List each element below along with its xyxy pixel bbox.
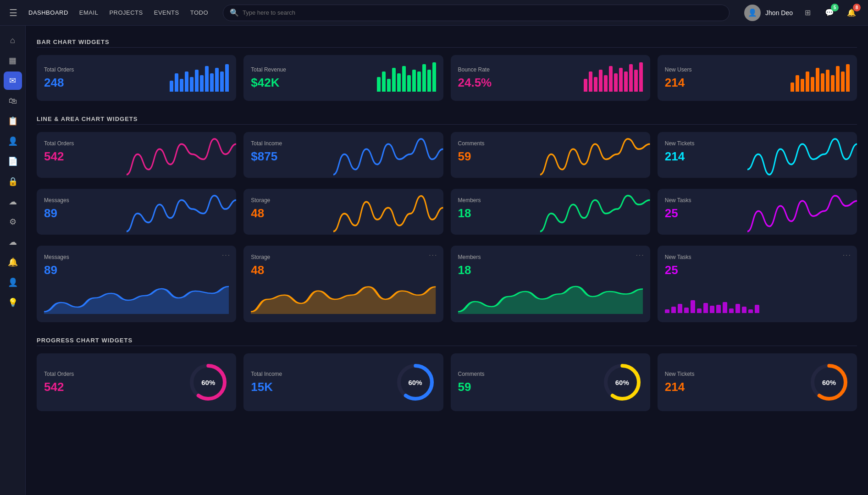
bar-segment <box>801 79 804 92</box>
bar-segment <box>195 70 199 92</box>
area-widget-0: ···Messages89 <box>37 246 236 322</box>
sidebar-item-document[interactable]: 📄 <box>4 152 22 170</box>
bar-segment <box>639 62 643 92</box>
nav-links: DASHBOARD EMAIL PROJECTS EVENTS TODO <box>28 9 208 16</box>
bar-segment <box>831 75 835 92</box>
sidebar-item-cloud2[interactable]: ☁ <box>4 233 22 251</box>
progress-section-title: PROGRESS CHART WIDGETS <box>37 333 857 344</box>
progress-text-3: New Tickets214 <box>665 371 695 394</box>
sidebar-item-settings[interactable]: ⚙ <box>4 213 22 231</box>
purple-bar <box>710 306 714 313</box>
line-widget-row2-0: Messages89 <box>37 189 236 235</box>
notifications-button[interactable]: 🔔 8 <box>844 6 859 20</box>
bar-widget-value-0: 248 <box>44 76 74 90</box>
more-options-0[interactable]: ··· <box>222 251 231 259</box>
purple-bar <box>735 304 740 313</box>
bar-segment <box>836 66 840 92</box>
bar-segment <box>392 68 396 92</box>
bar-chart-2 <box>584 64 643 92</box>
sidebar: ⌂ ▦ ✉ 🛍 📋 👤 📄 🔒 ☁ ⚙ ☁ 🔔 👤 💡 <box>0 26 26 431</box>
bar-widget-1: Total Revenue$42K <box>243 55 443 101</box>
area-widget-2: ···Members18 <box>451 246 650 322</box>
bar-segment <box>629 64 633 92</box>
nav-todo[interactable]: TODO <box>190 9 208 16</box>
user-info: 👤 Jhon Deo <box>744 5 793 21</box>
topnav-right: 👤 Jhon Deo ⊞ 💬 5 🔔 8 <box>744 5 859 21</box>
sidebar-item-bulb[interactable]: 💡 <box>4 293 22 312</box>
bar-segment <box>816 68 819 92</box>
bar-segment <box>190 77 194 92</box>
line-widget-row1-1: Total Income$875 <box>243 132 443 178</box>
progress-title-2: Comments <box>458 371 485 377</box>
messages-button[interactable]: 💬 5 <box>822 6 837 20</box>
bar-segment <box>796 75 799 92</box>
bar-segment <box>422 64 426 92</box>
donut-label-2: 60% <box>615 379 629 386</box>
line-widgets-row2-grid: Messages89Storage48Members18New Tasks25 <box>37 189 857 235</box>
purple-bar <box>703 303 708 313</box>
nav-dashboard[interactable]: DASHBOARD <box>28 9 68 16</box>
sidebar-item-user[interactable]: 👤 <box>4 132 22 150</box>
progress-text-2: Comments59 <box>458 371 485 394</box>
area-chart-2 <box>458 282 643 314</box>
area-widget-value-1: 48 <box>251 263 436 277</box>
more-options-1[interactable]: ··· <box>429 251 437 259</box>
sidebar-item-lock[interactable]: 🔒 <box>4 172 22 191</box>
area-widget-title-3: New Tasks <box>665 254 850 260</box>
area-widget-3: ···New Tasks25 <box>658 246 857 322</box>
progress-text-1: Total Income15K <box>251 371 282 394</box>
bar-chart-0 <box>170 64 229 92</box>
search-bar: 🔍 <box>223 5 730 21</box>
line-section-title: LINE & AREA CHART WIDGETS <box>37 112 857 122</box>
bar-segment <box>846 64 850 92</box>
bar-segment <box>387 79 391 92</box>
sidebar-item-bell[interactable]: 🔔 <box>4 253 22 271</box>
nav-email[interactable]: EMAIL <box>79 9 99 16</box>
progress-section-divider <box>37 346 857 346</box>
bar-segment <box>412 70 416 92</box>
progress-widgets-grid: Total Orders54260%Total Income15K60%Comm… <box>37 353 857 411</box>
line-widget-row1-3: New Tickets214 <box>658 132 857 178</box>
sidebar-item-home[interactable]: ⌂ <box>4 31 22 50</box>
more-options-3[interactable]: ··· <box>843 251 851 259</box>
menu-icon[interactable]: ☰ <box>9 7 17 18</box>
line-widget-row2-1: Storage48 <box>243 189 443 235</box>
bar-segment <box>614 73 618 92</box>
bar-widget-title-2: Bounce Rate <box>458 66 492 73</box>
line-widget-row2-2: Members18 <box>451 189 650 235</box>
donut-3: 60% <box>808 362 850 403</box>
area-widget-1: ···Storage48 <box>243 246 443 322</box>
notifications-badge: 8 <box>853 4 861 11</box>
bar-segment <box>402 66 406 92</box>
area-chart-0 <box>44 282 229 314</box>
bar-segment <box>210 73 214 92</box>
more-options-2[interactable]: ··· <box>636 251 644 259</box>
sidebar-item-profile[interactable]: 👤 <box>4 273 22 292</box>
area-chart-1 <box>251 282 436 314</box>
bar-segment <box>791 82 794 92</box>
avatar: 👤 <box>744 5 761 21</box>
line-widget-row2-3: New Tasks25 <box>658 189 857 235</box>
sidebar-item-dashboard[interactable]: ▦ <box>4 51 22 70</box>
bar-segment <box>180 79 183 92</box>
line-chart-row2-1 <box>333 189 443 235</box>
area-widget-title-2: Members <box>458 254 643 260</box>
nav-projects[interactable]: PROJECTS <box>109 9 143 16</box>
bar-segment <box>594 77 597 92</box>
sidebar-item-shop[interactable]: 🛍 <box>4 92 22 110</box>
bar-segment <box>584 79 587 92</box>
bar-widget-3: New Users214 <box>658 55 857 101</box>
sidebar-item-email[interactable]: ✉ <box>4 72 22 90</box>
nav-events[interactable]: EVENTS <box>154 9 179 16</box>
sidebar-item-clipboard[interactable]: 📋 <box>4 112 22 130</box>
progress-title-0: Total Orders <box>44 371 74 377</box>
line-chart-row2-3 <box>747 189 857 235</box>
progress-value-2: 59 <box>458 380 485 394</box>
progress-value-0: 542 <box>44 380 74 394</box>
bar-segment <box>225 64 229 92</box>
sidebar-item-cloud[interactable]: ☁ <box>4 192 22 211</box>
grid-button[interactable]: ⊞ <box>800 6 815 20</box>
bar-segment <box>589 72 592 92</box>
progress-title-3: New Tickets <box>665 371 695 377</box>
search-input[interactable] <box>243 9 723 16</box>
